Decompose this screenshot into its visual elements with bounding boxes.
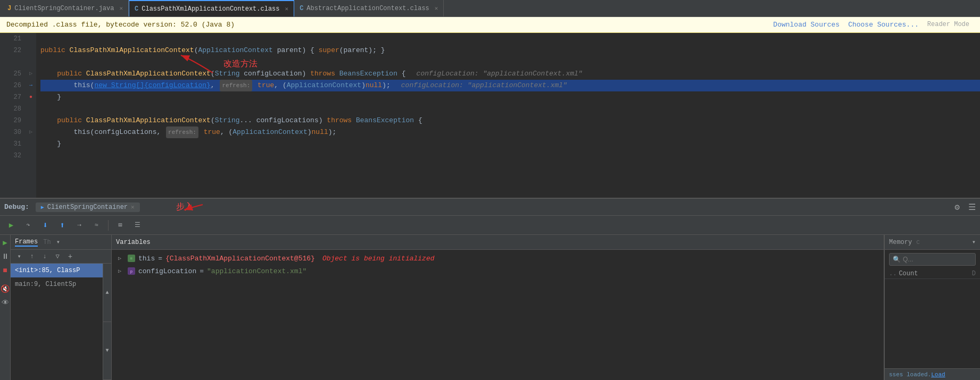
frames-down-btn[interactable]: ↓ [39,251,50,262]
gutter: ▷ → ● ▷ [26,33,36,198]
expand-this-icon[interactable]: ▷ [118,255,124,261]
line-num-21: 21 [0,33,21,45]
frame-item-1[interactable]: main:9, ClientSp [11,277,103,291]
var-item-config[interactable]: ▷ p configLocation = "applicationContext… [112,265,884,277]
download-sources-link[interactable]: Download Sources [773,21,840,29]
tab-bar: J ClientSpringContainer.java ✕ C ClassPa… [0,0,980,17]
code-line-22: public ClassPathXmlApplicationContext ( … [40,45,980,56]
search-input[interactable] [903,256,972,263]
frames-scrollbar: ▲ ▼ [103,264,111,380]
code-line-21 [40,33,980,45]
expand-count-icon: .. [889,270,896,277]
info-links: Download Sources Choose Sources... Reade… [773,21,974,29]
expand-config-icon[interactable]: ▷ [118,268,124,274]
tab-java-label: ClientSpringContainer.java [14,5,114,12]
more-options-icon[interactable]: ☰ [968,202,976,213]
tab-abstract-label: AbstractApplicationContext.class [306,5,429,12]
debug-session-label: ClientSpringContainer [47,204,128,211]
load-link[interactable]: Load [931,371,945,378]
gutter-fold-26: ▷ [26,68,36,80]
variables-header: Variables [112,235,884,250]
code-area: 21 22 25 26 27 28 29 30 31 32 ▷ → ● ▷ pu… [0,33,980,198]
gutter-arrow-27: → [26,80,36,91]
debug-session-tab[interactable]: ▶ ClientSpringContainer ✕ [36,202,140,212]
right-panel: Memory C ▾ 🔍 .. Count D sses loaded. Loa… [884,235,980,380]
code-line-26: public ClassPathXmlApplicationContext ( … [40,68,980,80]
code-line-31: this(configLocations, refresh: true , ( … [40,126,980,138]
frames-header: Frames Th ▾ [11,235,111,250]
count-row: .. Count D [885,269,980,279]
code-line-32: } [40,138,980,150]
frames-list: <init>:85, ClassP main:9, ClientSp [11,264,103,380]
abstract-file-icon: C [300,5,303,12]
variables-label: Variables [116,239,151,246]
frames-up-btn[interactable]: ↑ [27,251,37,262]
code-line-28: } [40,91,980,103]
debug-session-close[interactable]: ✕ [131,204,135,210]
code-line-30: public ClassPathXmlApplicationContext ( … [40,115,980,126]
settings-icon[interactable]: ⚙ [954,202,960,213]
tab-java-close[interactable]: ✕ [119,5,123,12]
evaluate-btn[interactable]: ≈ [89,218,103,232]
thread-dropdown[interactable]: ▾ [56,238,60,246]
line-num-28: 28 [0,103,21,115]
right-content: 🔍 .. Count D [885,250,980,368]
step-over-outer-btn[interactable]: ↷ [21,218,35,232]
code-line-29 [40,103,980,115]
mute-icon[interactable]: 🔇 [1,284,10,293]
table-view-btn[interactable]: ⊞ [113,218,127,232]
tab-frames[interactable]: Frames [15,238,38,247]
run-to-cursor-btn[interactable]: ⇢ [72,218,86,232]
line-num-30: 30 [0,126,21,138]
resume-btn[interactable]: ▶ [4,218,18,232]
status-bar: sses loaded. Load [885,368,980,380]
java-file-icon: J [7,5,11,12]
tab-class-active[interactable]: C ClassPathXmlApplicationContext.class ✕ [129,0,294,16]
memory-options: C [916,239,920,246]
frames-filter-btn[interactable]: ▽ [52,251,63,262]
code-line-25 [40,56,980,68]
status-text: sses loaded. [889,371,931,378]
tab-abstract-close[interactable]: ✕ [435,5,438,12]
stop-icon[interactable]: ■ [3,266,7,275]
right-header: Memory C ▾ [885,235,980,250]
class-file-icon-active: C [135,5,138,13]
list-view-btn[interactable]: ☰ [130,218,144,232]
right-header-labels: Memory C [889,239,920,246]
choose-sources-link[interactable]: Choose Sources... [848,21,919,29]
frames-dropdown-btn[interactable]: ▾ [14,251,24,262]
frames-add-btn[interactable]: + [65,251,76,262]
reader-mode-btn[interactable]: Reader Mode [927,21,974,29]
right-panel-expand[interactable]: ▾ [972,238,976,246]
tab-java[interactable]: J ClientSpringContainer.java ✕ [2,0,129,16]
scroll-up[interactable]: ▲ [103,264,111,322]
search-bar: 🔍 [889,253,976,266]
step-out-btn[interactable]: ⬆ [55,218,69,232]
line-num-22: 22 [0,45,21,56]
line-num-25: 25 [0,68,21,80]
var-icon-this: ≡ [128,255,135,262]
pause-icon[interactable]: ⏸ [2,252,9,261]
frames-controls: ▾ ↑ ↓ ▽ + [11,250,111,264]
var-icon-config: p [128,267,135,275]
tab-class-active-label: ClassPathXmlApplicationContext.class [142,5,279,13]
step-into-btn[interactable]: ⬇ [38,218,52,232]
eye-icon[interactable]: 👁 [2,299,9,307]
kw-public: public [40,45,70,56]
var-name-config: configLocation [138,267,196,275]
tab-class-active-close[interactable]: ✕ [285,5,289,12]
line-num-29: 29 [0,115,21,126]
memory-label: Memory [889,239,912,246]
var-item-this[interactable]: ▷ ≡ this = {ClassPathXmlApplicationConte… [112,252,884,265]
scroll-down[interactable]: ▼ [103,322,111,381]
debug-label: Debug: [4,203,29,211]
gutter-fold-30: ▷ [26,126,36,138]
frame-item-0[interactable]: <init>:85, ClassP [11,264,103,277]
play-icon[interactable]: ▶ [3,238,7,247]
line-num-31: 31 [0,138,21,150]
search-icon: 🔍 [893,256,901,264]
left-mini-sidebar: ▶ ⏸ ■ 🔇 👁 [0,235,11,380]
line-num-23 [0,56,21,68]
arrow-buru [176,194,219,215]
tab-abstract[interactable]: C AbstractApplicationContext.class ✕ [294,0,444,16]
